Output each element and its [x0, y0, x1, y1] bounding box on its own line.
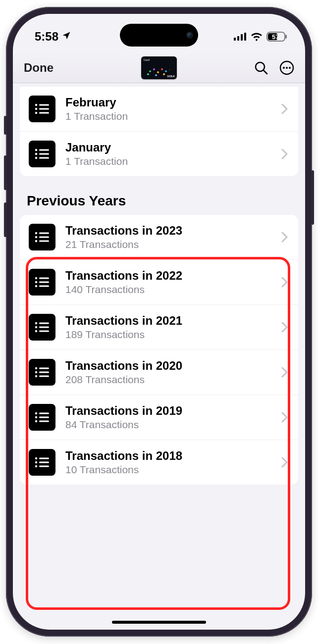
row-title: January — [65, 141, 277, 154]
svg-point-25 — [35, 232, 37, 234]
more-button[interactable] — [279, 60, 294, 75]
svg-point-55 — [35, 457, 37, 459]
chevron-right-icon — [281, 367, 288, 378]
svg-point-27 — [35, 236, 37, 238]
row-title: Transactions in 2021 — [65, 314, 277, 328]
done-button[interactable]: Done — [24, 61, 53, 75]
svg-point-35 — [35, 285, 37, 287]
list-icon — [29, 224, 55, 250]
svg-rect-18 — [39, 112, 49, 114]
svg-rect-1 — [237, 36, 239, 41]
svg-rect-54 — [39, 421, 49, 422]
svg-rect-0 — [234, 38, 236, 41]
svg-point-10 — [283, 67, 285, 69]
svg-point-15 — [35, 108, 37, 110]
chevron-right-icon — [281, 322, 288, 333]
svg-point-11 — [286, 67, 288, 69]
svg-rect-3 — [244, 33, 246, 41]
row-title: Transactions in 2018 — [65, 449, 277, 463]
battery-icon: 57 — [266, 32, 287, 42]
year-row-2018[interactable]: Transactions in 2018 10 Transactions — [20, 440, 298, 485]
month-row-february[interactable]: February 1 Transaction — [20, 86, 298, 131]
front-camera-icon — [186, 32, 193, 39]
svg-point-19 — [35, 149, 37, 151]
year-row-2022[interactable]: Transactions in 2022 140 Transactions — [20, 259, 298, 304]
row-title: Transactions in 2020 — [65, 359, 277, 373]
svg-point-21 — [35, 153, 37, 155]
row-subtitle: 140 Transactions — [65, 284, 277, 296]
list-icon — [29, 404, 55, 431]
chevron-right-icon — [281, 103, 288, 114]
row-subtitle: 208 Transactions — [65, 374, 277, 386]
svg-rect-42 — [39, 331, 49, 332]
search-button[interactable] — [254, 60, 268, 75]
home-indicator[interactable] — [112, 621, 206, 624]
screen: 5:58 — [13, 14, 305, 630]
svg-rect-46 — [39, 372, 49, 373]
svg-rect-24 — [39, 157, 49, 159]
row-title: Transactions in 2023 — [65, 224, 277, 238]
list-icon — [29, 141, 55, 167]
row-title: Transactions in 2022 — [65, 269, 277, 283]
month-row-january[interactable]: January 1 Transaction — [20, 131, 298, 176]
list-icon — [29, 96, 55, 122]
year-row-2019[interactable]: Transactions in 2019 84 Transactions — [20, 395, 298, 440]
card-brand-label: Cash — [144, 58, 150, 61]
svg-rect-50 — [39, 413, 49, 414]
row-subtitle: 1 Transaction — [65, 110, 277, 122]
chevron-right-icon — [281, 277, 288, 288]
phone-frame: 5:58 — [6, 7, 312, 637]
svg-point-33 — [35, 281, 37, 283]
list-icon — [29, 314, 55, 341]
svg-rect-20 — [39, 149, 49, 151]
section-header-previous-years: Previous Years — [20, 176, 298, 215]
location-icon — [61, 30, 71, 44]
svg-rect-36 — [39, 286, 49, 287]
svg-rect-40 — [39, 327, 49, 328]
dynamic-island — [120, 24, 198, 47]
list-icon — [29, 269, 55, 296]
card-thumbnail[interactable]: Cash VISA — [141, 56, 177, 79]
svg-rect-34 — [39, 282, 49, 283]
search-icon — [254, 60, 268, 75]
svg-rect-48 — [39, 376, 49, 377]
svg-point-41 — [35, 330, 37, 332]
svg-point-47 — [35, 375, 37, 377]
row-subtitle: 1 Transaction — [65, 155, 277, 167]
more-icon — [279, 60, 294, 75]
svg-rect-44 — [39, 368, 49, 369]
chevron-right-icon — [281, 457, 288, 468]
svg-line-8 — [264, 70, 267, 74]
card-network-label: VISA — [167, 75, 175, 78]
status-time: 5:58 — [35, 30, 58, 44]
year-row-2021[interactable]: Transactions in 2021 189 Transactions — [20, 304, 298, 349]
svg-rect-26 — [39, 233, 49, 234]
svg-rect-32 — [39, 278, 49, 279]
svg-point-29 — [35, 240, 37, 242]
svg-point-17 — [35, 112, 37, 114]
svg-rect-22 — [39, 153, 49, 155]
svg-rect-60 — [39, 466, 49, 467]
nav-bar: Done Cash VISA — [13, 52, 305, 83]
year-row-2020[interactable]: Transactions in 2020 208 Transactions — [20, 349, 298, 395]
svg-point-31 — [35, 277, 37, 279]
svg-rect-28 — [39, 237, 49, 238]
svg-point-49 — [35, 412, 37, 414]
svg-point-23 — [35, 157, 37, 159]
row-subtitle: 21 Transactions — [65, 239, 277, 250]
list-icon — [29, 449, 55, 476]
chevron-right-icon — [281, 412, 288, 423]
svg-rect-30 — [39, 241, 49, 242]
cell-signal-icon — [234, 33, 247, 41]
row-title: Transactions in 2019 — [65, 404, 277, 418]
row-title: February — [65, 96, 277, 109]
svg-point-43 — [35, 367, 37, 369]
years-group: Transactions in 2023 21 Transactions Tra… — [20, 215, 298, 485]
svg-rect-56 — [39, 458, 49, 459]
svg-point-39 — [35, 326, 37, 328]
year-row-2023[interactable]: Transactions in 2023 21 Transactions — [20, 215, 298, 259]
svg-rect-38 — [39, 323, 49, 324]
svg-rect-6 — [285, 35, 287, 39]
svg-point-13 — [35, 104, 37, 106]
list-icon — [29, 359, 55, 386]
